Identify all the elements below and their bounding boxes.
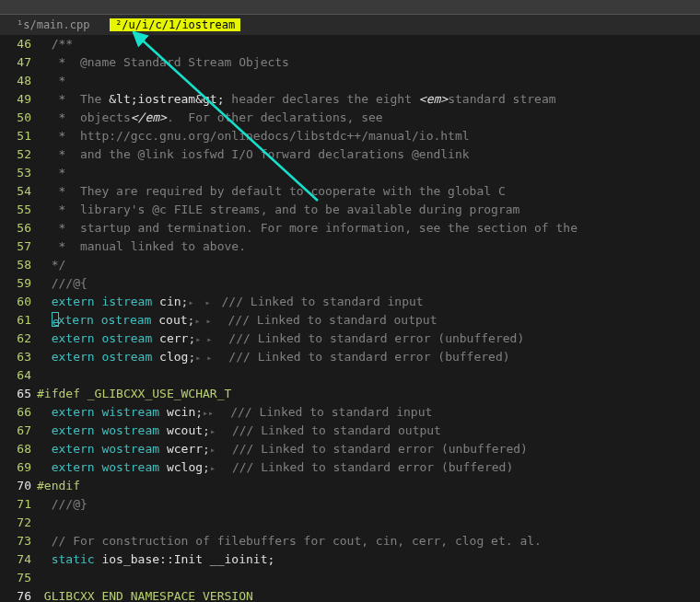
code-line[interactable]: GLIBCXX END NAMESPACE VERSION (37, 587, 700, 602)
line-number: 76 (0, 587, 31, 602)
code-line[interactable]: extern wistream wcin;▸▸ /// Linked to st… (37, 403, 700, 422)
line-number: 70 (0, 477, 31, 495)
code-line[interactable]: * They are required by default to cooper… (37, 182, 700, 201)
code-line[interactable]: extern ostream clog;▸ ▸ /// Linked to st… (37, 348, 700, 366)
line-number: 73 (0, 532, 31, 550)
line-number: 60 (0, 293, 31, 311)
line-number: 54 (0, 182, 31, 201)
code-line[interactable]: * (37, 72, 700, 90)
code-line[interactable]: */ (37, 256, 700, 274)
code-line[interactable]: // For construction of filebuffers for c… (37, 532, 700, 550)
tab-bar: ¹s/main.cpp ²/u/i/c/1/iostream (0, 15, 700, 35)
code-line[interactable]: * and the @link iosfwd I/O forward decla… (37, 145, 700, 164)
code-line[interactable]: extern wostream wclog;▸ /// Linked to st… (37, 458, 700, 477)
code-line[interactable]: * startup and termination. For more info… (37, 219, 700, 237)
line-number: 63 (0, 348, 31, 366)
line-number: 61 (0, 311, 31, 330)
line-number: 56 (0, 219, 31, 237)
code-line[interactable]: * The &lt;iostream&gt; header declares t… (37, 90, 700, 109)
line-number: 50 (0, 109, 31, 127)
code-line[interactable]: static ios_base::Init __ioinit; (37, 550, 700, 569)
code-line[interactable]: * http://gcc.gnu.org/onlinedocs/libstdc+… (37, 127, 700, 145)
code-line[interactable] (37, 514, 700, 532)
line-number: 69 (0, 458, 31, 477)
line-number: 52 (0, 145, 31, 164)
line-number: 66 (0, 403, 31, 422)
code-line[interactable]: extern ostream cerr;▸ ▸ /// Linked to st… (37, 330, 700, 348)
line-number: 48 (0, 72, 31, 90)
code-line[interactable] (37, 366, 700, 385)
code-line[interactable]: extern istream cin;▸ ▸ /// Linked to sta… (37, 293, 700, 311)
line-number: 47 (0, 53, 31, 72)
line-number: 59 (0, 274, 31, 293)
code-line[interactable]: * objects</em>. For other declarations, … (37, 109, 700, 127)
line-number: 62 (0, 330, 31, 348)
code-line[interactable]: ///@} (37, 495, 700, 514)
code-line[interactable]: /** (37, 35, 700, 53)
line-number: 53 (0, 164, 31, 182)
code-line[interactable]: extern wostream wcerr;▸ /// Linked to st… (37, 440, 700, 458)
code-content[interactable]: /** * @name Standard Stream Objects * * … (37, 35, 700, 602)
line-number: 55 (0, 201, 31, 219)
line-number-gutter: 4647484950515253545556575859606162636465… (0, 35, 37, 602)
code-line[interactable]: extern ostream cout;▸ ▸ /// Linked to st… (37, 311, 700, 330)
line-number: 49 (0, 90, 31, 109)
code-line[interactable]: ///@{ (37, 274, 700, 293)
line-number: 57 (0, 237, 31, 256)
code-line[interactable]: #endif (37, 477, 700, 495)
line-number: 75 (0, 569, 31, 587)
code-line[interactable]: * manual linked to above. (37, 237, 700, 256)
code-line[interactable]: * (37, 164, 700, 182)
code-line[interactable]: * @name Standard Stream Objects (37, 53, 700, 72)
line-number: 51 (0, 127, 31, 145)
tab-iostream[interactable]: ²/u/i/c/1/iostream (110, 18, 240, 31)
line-number: 46 (0, 35, 31, 53)
line-number: 58 (0, 256, 31, 274)
code-line[interactable]: #ifdef _GLIBCXX_USE_WCHAR_T (37, 385, 700, 403)
code-line[interactable]: * library's @c FILE streams, and to be a… (37, 201, 700, 219)
window-topbar (0, 0, 700, 15)
line-number: 74 (0, 550, 31, 569)
line-number: 64 (0, 366, 31, 385)
code-line[interactable] (37, 569, 700, 587)
line-number: 65 (0, 385, 31, 403)
code-editor[interactable]: 4647484950515253545556575859606162636465… (0, 35, 700, 602)
line-number: 71 (0, 495, 31, 514)
line-number: 68 (0, 440, 31, 458)
code-line[interactable]: extern wostream wcout;▸ /// Linked to st… (37, 422, 700, 440)
tab-main-cpp[interactable]: ¹s/main.cpp (11, 18, 95, 31)
line-number: 72 (0, 514, 31, 532)
line-number: 67 (0, 422, 31, 440)
